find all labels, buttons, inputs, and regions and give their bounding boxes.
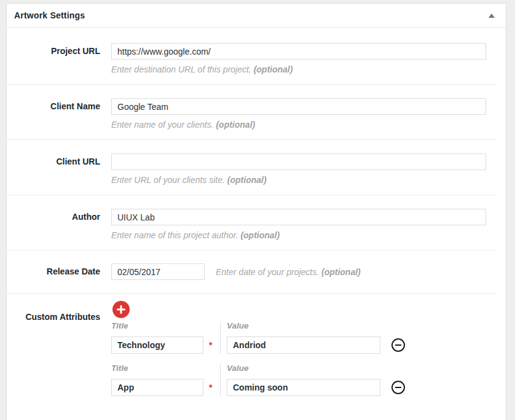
minus-icon: [395, 387, 401, 388]
triangle-up-icon: [489, 14, 495, 18]
field-row-custom-attributes: Custom Attributes Title * Value: [7, 294, 506, 420]
author-content: Enter name of this project author. (opti…: [111, 209, 486, 241]
title-column-label: Title: [111, 321, 220, 331]
attribute-row: Title * Value: [111, 321, 405, 354]
field-row-client-name: Client Name Enter name of your clients. …: [7, 85, 496, 140]
title-column-label: Title: [111, 364, 220, 373]
minus-icon: [395, 344, 401, 346]
author-label: Author: [7, 209, 100, 241]
helper-text: Enter date of your projects.: [216, 267, 319, 277]
value-column-label: Value: [227, 364, 380, 373]
client-url-helper: Enter URL of your clients site. (optiona…: [111, 174, 486, 185]
release-date-content: Enter date of your projects. (optional): [111, 263, 361, 280]
attribute-title-input[interactable]: [111, 379, 203, 396]
release-date-helper: Enter date of your projects. (optional): [216, 266, 361, 278]
optional-badge: (optional): [216, 120, 255, 130]
panel-header: Artwork Settings: [7, 4, 506, 28]
client-name-input[interactable]: [111, 98, 486, 115]
client-name-label: Client Name: [7, 98, 100, 130]
attribute-row: Title * Value: [111, 364, 405, 396]
attribute-value-column: Value: [221, 364, 380, 396]
attribute-value-input[interactable]: [227, 336, 380, 354]
helper-text: Enter name of your clients.: [111, 120, 214, 130]
client-name-helper: Enter name of your clients. (optional): [111, 119, 486, 130]
attribute-title-input[interactable]: [111, 336, 203, 354]
attribute-title-column: Title *: [111, 364, 221, 396]
client-url-label: Client URL: [7, 154, 100, 185]
optional-badge: (optional): [227, 175, 267, 185]
artwork-settings-panel: Artwork Settings Project URL Enter desti…: [6, 3, 506, 420]
collapse-toggle-button[interactable]: [487, 11, 497, 20]
optional-badge: (optional): [240, 230, 280, 240]
helper-text: Enter URL of your clients site.: [111, 175, 225, 185]
project-url-helper: Enter destination URL of this project. (…: [111, 64, 486, 75]
client-url-input[interactable]: [111, 154, 486, 170]
panel-title: Artwork Settings: [14, 10, 85, 20]
author-input[interactable]: [111, 209, 486, 225]
add-attribute-button[interactable]: [112, 301, 130, 318]
attribute-value-column: Value: [221, 321, 380, 354]
project-url-label: Project URL: [7, 43, 100, 75]
project-url-content: Enter destination URL of this project. (…: [111, 43, 486, 75]
helper-text: Enter name of this project author.: [111, 230, 238, 240]
author-helper: Enter name of this project author. (opti…: [111, 230, 486, 241]
project-url-input[interactable]: [111, 43, 486, 60]
field-row-project-url: Project URL Enter destination URL of thi…: [7, 28, 496, 85]
attribute-value-input[interactable]: [227, 379, 380, 396]
release-date-input[interactable]: [111, 263, 205, 280]
custom-attributes-label: Custom Attributes: [7, 301, 100, 396]
remove-attribute-button[interactable]: [391, 381, 405, 394]
attribute-title-column: Title *: [111, 321, 221, 354]
client-url-content: Enter URL of your clients site. (optiona…: [111, 154, 486, 185]
required-asterisk: *: [209, 383, 212, 392]
optional-badge: (optional): [254, 64, 293, 74]
value-column-label: Value: [227, 321, 380, 331]
required-asterisk: *: [209, 340, 212, 350]
client-name-content: Enter name of your clients. (optional): [111, 98, 486, 130]
field-row-release-date: Release Date Enter date of your projects…: [7, 251, 496, 294]
field-row-author: Author Enter name of this project author…: [7, 195, 496, 251]
release-date-label: Release Date: [7, 263, 100, 280]
custom-attributes-content: Title * Value Title: [111, 301, 405, 396]
field-row-client-url: Client URL Enter URL of your clients sit…: [7, 140, 496, 195]
remove-attribute-button[interactable]: [391, 338, 405, 352]
optional-badge: (optional): [321, 267, 361, 277]
helper-text: Enter destination URL of this project.: [111, 64, 251, 74]
